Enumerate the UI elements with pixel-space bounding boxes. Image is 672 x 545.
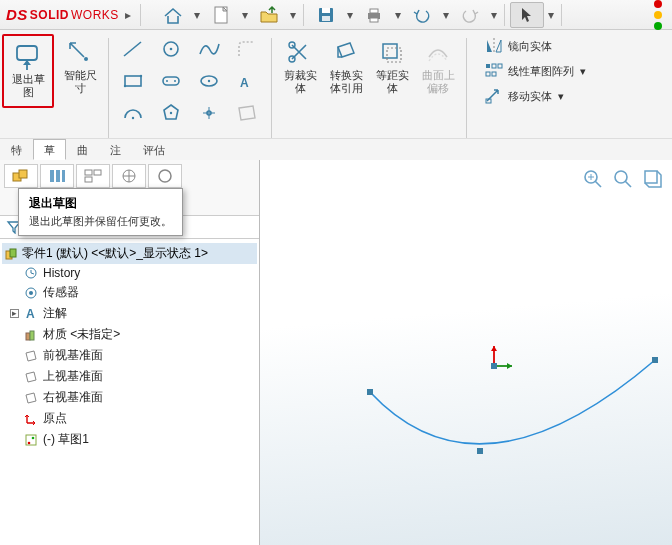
select-dropdown[interactable]: ▾ bbox=[546, 8, 556, 22]
mirror-icon bbox=[484, 37, 504, 55]
fm-tab-display[interactable] bbox=[148, 164, 182, 188]
exit-sketch-icon bbox=[13, 43, 43, 71]
tree-right-label: 右视基准面 bbox=[43, 389, 103, 406]
fm-tab-config[interactable] bbox=[76, 164, 110, 188]
redo-button[interactable] bbox=[453, 2, 487, 28]
tab-evaluate[interactable]: 评估 bbox=[132, 139, 176, 160]
print-dropdown[interactable]: ▾ bbox=[393, 8, 403, 22]
undo-dropdown[interactable]: ▾ bbox=[441, 8, 451, 22]
tab-surfaces[interactable]: 曲 bbox=[66, 139, 99, 160]
redo-dropdown[interactable]: ▾ bbox=[489, 8, 499, 22]
tree-history[interactable]: History bbox=[2, 264, 257, 282]
open-dropdown[interactable]: ▾ bbox=[288, 8, 298, 22]
convert-button[interactable]: 转换实 体引用 bbox=[324, 34, 368, 100]
polygon-tool[interactable] bbox=[153, 98, 189, 128]
spline-tool[interactable] bbox=[191, 34, 227, 64]
svg-rect-34 bbox=[498, 64, 502, 68]
exit-sketch-button[interactable]: 退出草 图 bbox=[6, 38, 50, 104]
separator bbox=[140, 4, 141, 26]
svg-rect-45 bbox=[85, 177, 92, 182]
fm-tab-property[interactable] bbox=[40, 164, 74, 188]
arc-tool[interactable] bbox=[115, 98, 151, 128]
svg-point-23 bbox=[170, 112, 172, 114]
tree-sensors[interactable]: 传感器 bbox=[2, 282, 257, 303]
svg-rect-56 bbox=[26, 333, 30, 340]
svg-point-16 bbox=[166, 80, 168, 82]
fillet-tool[interactable] bbox=[229, 34, 265, 64]
tree-origin[interactable]: 原点 bbox=[2, 408, 257, 429]
tree-front-plane[interactable]: 前视基准面 bbox=[2, 345, 257, 366]
print-button[interactable] bbox=[357, 2, 391, 28]
plane-tool[interactable] bbox=[229, 98, 265, 128]
tab-features[interactable]: 特 bbox=[0, 139, 33, 160]
app-menu-dropdown[interactable]: ▸ bbox=[123, 8, 133, 22]
plane-icon bbox=[24, 370, 38, 384]
save-button[interactable] bbox=[309, 2, 343, 28]
svg-point-54 bbox=[29, 291, 33, 295]
mirror-button[interactable]: 镜向实体 bbox=[479, 34, 593, 58]
tooltip-body: 退出此草图并保留任何更改。 bbox=[29, 214, 172, 229]
select-button[interactable] bbox=[510, 2, 544, 28]
tree-root[interactable]: 零件1 (默认) <<默认>_显示状态 1> bbox=[2, 243, 257, 264]
ellipse-tool[interactable] bbox=[191, 66, 227, 96]
tree-front-label: 前视基准面 bbox=[43, 347, 103, 364]
svg-point-49 bbox=[159, 170, 171, 182]
tooltip: 退出草图 退出此草图并保留任何更改。 bbox=[18, 188, 183, 236]
modify-group: 镜向实体 线性草图阵列 ▾ 移动实体 ▾ bbox=[479, 34, 593, 108]
tree-sketch1[interactable]: (-) 草图1 bbox=[2, 429, 257, 450]
light-green-icon bbox=[654, 22, 662, 30]
svg-rect-2 bbox=[322, 8, 330, 13]
move-dropdown[interactable]: ▾ bbox=[556, 90, 566, 103]
svg-rect-5 bbox=[370, 9, 378, 13]
pattern-label: 线性草图阵列 bbox=[508, 64, 574, 79]
svg-rect-29 bbox=[383, 44, 397, 58]
pattern-button[interactable]: 线性草图阵列 ▾ bbox=[479, 59, 593, 83]
svg-rect-40 bbox=[50, 170, 54, 182]
tree-annotations[interactable]: ▸ A 注解 bbox=[2, 303, 257, 324]
svg-point-8 bbox=[84, 57, 88, 61]
tree-top-plane[interactable]: 上视基准面 bbox=[2, 366, 257, 387]
fm-tab-assembly[interactable] bbox=[4, 164, 38, 188]
svg-rect-15 bbox=[163, 77, 179, 85]
fm-tab-dimxpert[interactable] bbox=[112, 164, 146, 188]
smart-dim-icon bbox=[66, 39, 94, 67]
offset-label: 等距实 体 bbox=[376, 69, 409, 95]
new-button[interactable] bbox=[204, 2, 238, 28]
move-button[interactable]: 移动实体 ▾ bbox=[479, 84, 593, 108]
tab-annotate[interactable]: 注 bbox=[99, 139, 132, 160]
origin-icon bbox=[24, 412, 38, 426]
svg-rect-32 bbox=[486, 64, 490, 68]
separator bbox=[271, 38, 272, 148]
tab-sketch[interactable]: 草 bbox=[33, 139, 66, 160]
svg-rect-44 bbox=[94, 170, 101, 175]
undo-button[interactable] bbox=[405, 2, 439, 28]
text-tool[interactable]: A bbox=[229, 66, 265, 96]
home-button[interactable] bbox=[156, 2, 190, 28]
sketch-tools-grid: A bbox=[115, 34, 265, 128]
tree-root-label: 零件1 (默认) <<默认>_显示状态 1> bbox=[22, 245, 208, 262]
command-tabs: 特 草 曲 注 评估 bbox=[0, 138, 672, 160]
expander-icon[interactable]: ▸ bbox=[10, 309, 19, 318]
status-lights bbox=[654, 0, 666, 30]
tree-material[interactable]: 材质 <未指定> bbox=[2, 324, 257, 345]
rectangle-tool[interactable] bbox=[115, 66, 151, 96]
trim-button[interactable]: 剪裁实 体 bbox=[278, 34, 322, 100]
open-button[interactable] bbox=[252, 2, 286, 28]
new-dropdown[interactable]: ▾ bbox=[240, 8, 250, 22]
save-dropdown[interactable]: ▾ bbox=[345, 8, 355, 22]
svg-point-19 bbox=[208, 80, 210, 82]
pattern-dropdown[interactable]: ▾ bbox=[578, 65, 588, 78]
point-tool[interactable] bbox=[191, 98, 227, 128]
sketch-icon bbox=[24, 433, 38, 447]
slot-tool[interactable] bbox=[153, 66, 189, 96]
svg-rect-12 bbox=[125, 76, 141, 86]
feature-tree: 零件1 (默认) <<默认>_显示状态 1> History 传感器 ▸ A 注… bbox=[0, 239, 259, 454]
smart-dimension-button[interactable]: 智能尺 寸 bbox=[58, 34, 102, 100]
circle-tool[interactable] bbox=[153, 34, 189, 64]
separator bbox=[504, 4, 505, 26]
tree-right-plane[interactable]: 右视基准面 bbox=[2, 387, 257, 408]
graphics-area[interactable] bbox=[260, 160, 672, 545]
home-dropdown[interactable]: ▾ bbox=[192, 8, 202, 22]
offset-button[interactable]: 等距实 体 bbox=[370, 34, 414, 100]
line-tool[interactable] bbox=[115, 34, 151, 64]
